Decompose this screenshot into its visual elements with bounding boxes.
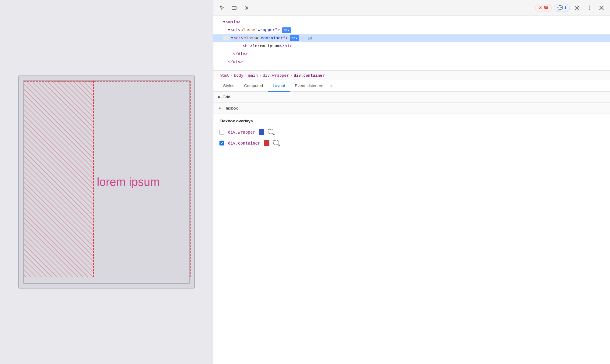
dom-line-main[interactable]: ▼ <main> [213, 18, 610, 26]
flex-badge-container[interactable]: flex [290, 35, 299, 41]
tab-computed[interactable]: Computed [239, 80, 268, 92]
tab-styles[interactable]: Styles [218, 80, 239, 92]
layout-content: ▶ Grid ▼ Flexbox Flexbox overlays div.wr… [213, 92, 610, 364]
inspect-element-button[interactable] [217, 3, 227, 13]
breadcrumb-container[interactable]: div.container [293, 72, 326, 78]
message-icon: 💬 [557, 5, 563, 11]
preview-panel: lorem ipsum [0, 0, 213, 364]
expand-arrow-main[interactable]: ▼ [223, 20, 225, 25]
breadcrumb-main[interactable]: main [247, 72, 259, 78]
breadcrumb-wrapper[interactable]: div.wrapper [261, 72, 290, 78]
wrapper-overlay-label[interactable]: div.wrapper [228, 130, 255, 135]
container-highlight-button[interactable] [273, 140, 280, 146]
container-overlay-checkbox[interactable] [219, 141, 224, 145]
error-icon: ✕ [538, 5, 542, 11]
settings-button[interactable] [572, 3, 582, 13]
svg-rect-10 [273, 141, 278, 144]
svg-rect-9 [268, 130, 273, 133]
wrapper-box: lorem ipsum [23, 80, 190, 284]
svg-point-5 [577, 7, 578, 9]
dollar-zero: == $0 [301, 36, 312, 41]
errors-count: 56 [544, 5, 548, 10]
devtools-toolbar: ✕ 56 💬 1 [213, 0, 610, 16]
devtools-panel: ✕ 56 💬 1 [213, 0, 610, 364]
errors-badge[interactable]: ✕ 56 [535, 4, 551, 12]
messages-count: 1 [564, 5, 566, 10]
svg-point-6 [589, 5, 590, 6]
dom-line-container[interactable]: ··· ▼ <div class= "container" > flex == … [213, 34, 610, 42]
tab-more-button[interactable]: » [328, 80, 335, 91]
dom-line-close-container[interactable]: </div> [213, 50, 610, 58]
container-color-swatch[interactable] [264, 140, 269, 146]
dom-line-wrapper[interactable]: ▼ <div class= "wrapper" > flex [213, 26, 610, 34]
more-button-container[interactable]: ··· [223, 36, 229, 40]
wrapper-overlay-checkbox[interactable] [219, 130, 224, 135]
overlay-row-wrapper: div.wrapper [219, 129, 604, 135]
browser-viewport: lorem ipsum [18, 75, 195, 289]
messages-badge[interactable]: 💬 1 [554, 4, 570, 12]
svg-point-7 [589, 7, 590, 8]
flexbox-section-header[interactable]: ▼ Flexbox [213, 103, 610, 114]
flexbox-section-title: Flexbox [223, 106, 238, 110]
wrapper-color-swatch[interactable] [259, 129, 264, 135]
breadcrumb-html[interactable]: html [218, 72, 230, 78]
lorem-text: lorem ipsum [97, 176, 160, 189]
wrapper-highlight-button[interactable] [268, 129, 275, 135]
flexbox-overlays-section: Flexbox overlays div.wrapper div.contain… [213, 114, 610, 156]
flex-badge-wrapper[interactable]: flex [282, 27, 291, 33]
more-tools-button[interactable] [241, 3, 251, 13]
breadcrumb: html › body › main › div.wrapper › div.c… [213, 71, 610, 80]
overlay-row-container: div.container [219, 140, 604, 146]
dom-line-h1[interactable]: <h1> lorem ipsum </h1> [213, 42, 610, 50]
container-overlay-label[interactable]: div.container [228, 141, 260, 145]
expand-arrow-wrapper[interactable]: ▼ [228, 28, 230, 33]
grid-section-header[interactable]: ▶ Grid [213, 92, 610, 103]
tabs-bar: Styles Computed Layout Event Listeners » [213, 80, 610, 92]
flexbox-expand-arrow: ▼ [218, 107, 222, 110]
grid-expand-arrow: ▶ [218, 95, 221, 99]
device-toggle-button[interactable] [229, 3, 239, 13]
kebab-menu-button[interactable] [584, 3, 594, 13]
breadcrumb-body[interactable]: body [233, 72, 244, 78]
tab-event-listeners[interactable]: Event Listeners [290, 80, 328, 92]
dom-line-close-wrapper[interactable]: </div> [213, 58, 610, 66]
dom-tree: ▼ <main> ▼ <div class= "wrapper" > flex … [213, 16, 610, 71]
grid-section-title: Grid [223, 95, 230, 99]
expand-arrow-container[interactable]: ▼ [231, 36, 233, 41]
flexbox-overlays-title: Flexbox overlays [219, 119, 604, 123]
tab-layout[interactable]: Layout [268, 80, 290, 92]
close-devtools-button[interactable] [597, 3, 606, 13]
svg-point-8 [589, 9, 590, 10]
